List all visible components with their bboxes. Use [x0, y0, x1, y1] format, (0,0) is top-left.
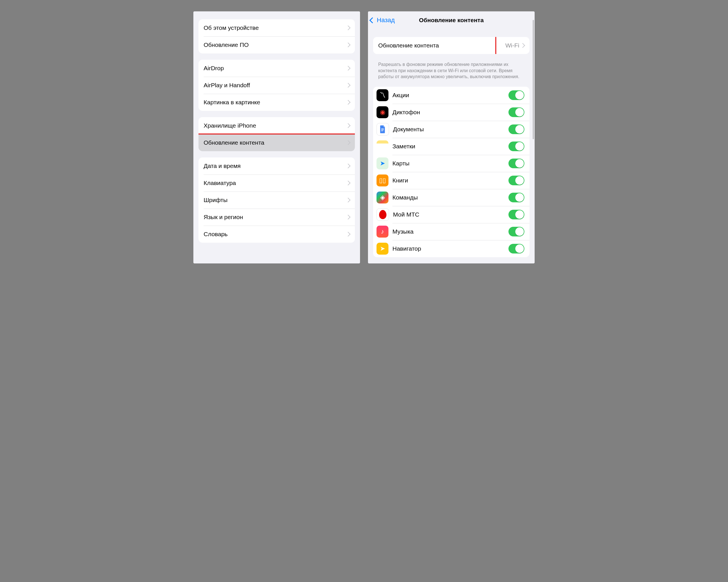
chevron-right-icon [346, 164, 350, 168]
row-label: Хранилище iPhone [204, 122, 346, 129]
app-label: Музыка [392, 228, 509, 235]
app-row-notes: Заметки [373, 138, 529, 155]
group-apps: 〽︎ Акции ◉ Диктофон Документы [373, 87, 529, 257]
svg-rect-1 [381, 130, 384, 130]
toggle-shortcuts[interactable] [509, 193, 524, 202]
toggle-mts[interactable] [509, 210, 524, 219]
app-label: Книги [392, 177, 509, 184]
row-value: Wi-Fi [505, 42, 519, 49]
toggle-notes[interactable] [509, 141, 524, 151]
app-label: Мой МТС [393, 211, 509, 218]
music-icon: ♪ [376, 226, 388, 238]
chevron-right-icon [346, 83, 350, 88]
toggle-maps[interactable] [509, 159, 524, 168]
chevron-right-icon [346, 66, 350, 71]
footer-description: Разрешать в фоновом режиме обновление пр… [373, 57, 529, 80]
app-row-stocks: 〽︎ Акции [373, 87, 529, 104]
row-label: Язык и регион [204, 214, 346, 221]
chevron-right-icon [346, 123, 350, 128]
app-label: Команды [392, 194, 509, 201]
toggle-books[interactable] [509, 176, 524, 185]
books-icon: ▯▯ [376, 174, 388, 187]
chevron-right-icon [346, 181, 350, 186]
chevron-right-icon [346, 26, 350, 30]
group-refresh-mode: Обновление контента Wi-Fi [373, 37, 529, 54]
app-label: Заметки [392, 143, 509, 150]
shortcuts-icon: ◈ [376, 192, 388, 203]
row-label: Об этом устройстве [204, 24, 346, 31]
row-label: Дата и время [204, 163, 346, 169]
group-locale: Дата и время Клавиатура Шрифты Язык и ре… [199, 158, 355, 243]
app-row-voice-memos: ◉ Диктофон [373, 104, 529, 121]
app-row-navigator: ➤ Навигатор [373, 240, 529, 257]
row-fonts[interactable]: Шрифты [199, 192, 355, 209]
group-sharing: AirDrop AirPlay и Handoff Картинка в кар… [199, 60, 355, 111]
app-label: Документы [393, 126, 509, 133]
app-label: Карты [392, 160, 509, 167]
chevron-right-icon [346, 198, 350, 203]
scrollbar[interactable] [532, 20, 534, 139]
chevron-right-icon [346, 232, 350, 237]
app-row-books: ▯▯ Книги [373, 172, 529, 189]
app-row-maps: ➤ Карты [373, 155, 529, 172]
notes-icon [376, 140, 388, 152]
row-keyboard[interactable]: Клавиатура [199, 174, 355, 192]
row-label: AirPlay и Handoff [204, 82, 346, 89]
row-date-time[interactable]: Дата и время [199, 158, 355, 174]
maps-icon: ➤ [376, 158, 388, 169]
navigator-icon: ➤ [376, 243, 388, 255]
background-refresh-screen: Назад Обновление контента Обновление кон… [368, 11, 535, 264]
app-label: Диктофон [392, 109, 509, 116]
row-pip[interactable]: Картинка в картинке [199, 94, 355, 111]
chevron-right-icon [346, 100, 350, 105]
nav-bar: Назад Обновление контента [368, 11, 535, 29]
app-row-mts: Мой МТС [373, 206, 529, 223]
toggle-stocks[interactable] [509, 90, 524, 100]
row-background-app-refresh[interactable]: Обновление контента [199, 134, 355, 151]
row-label: Обновление контента [378, 42, 505, 49]
back-label: Назад [377, 17, 395, 24]
row-label: Обновление ПО [204, 41, 346, 48]
google-docs-icon [376, 123, 389, 136]
app-label: Акции [392, 92, 509, 99]
toggle-docs[interactable] [509, 124, 524, 134]
svg-rect-0 [381, 129, 384, 129]
chevron-left-icon [369, 17, 375, 23]
row-iphone-storage[interactable]: Хранилище iPhone [199, 117, 355, 134]
row-airplay-handoff[interactable]: AirPlay и Handoff [199, 77, 355, 94]
row-dictionary[interactable]: Словарь [199, 226, 355, 243]
row-label: Шрифты [204, 197, 346, 203]
voice-memos-icon: ◉ [376, 106, 388, 118]
row-software-update[interactable]: Обновление ПО [199, 36, 355, 53]
toggle-voice-memos[interactable] [509, 107, 524, 117]
app-label: Навигатор [392, 245, 509, 252]
row-about-device[interactable]: Об этом устройстве [199, 19, 355, 36]
row-label: Картинка в картинке [204, 99, 346, 106]
back-button[interactable]: Назад [370, 17, 395, 24]
group-storage: Хранилище iPhone Обновление контента [199, 117, 355, 151]
row-label: Обновление контента [204, 139, 346, 146]
row-label: Словарь [204, 231, 346, 238]
mts-icon [376, 208, 389, 221]
stocks-icon: 〽︎ [376, 89, 388, 101]
settings-general-screen: Об этом устройстве Обновление ПО AirDrop… [193, 11, 360, 264]
row-airdrop[interactable]: AirDrop [199, 60, 355, 77]
app-row-docs: Документы [373, 121, 529, 138]
row-refresh-mode[interactable]: Обновление контента Wi-Fi [373, 37, 529, 54]
chevron-right-icon [520, 43, 525, 48]
row-language-region[interactable]: Язык и регион [199, 209, 355, 226]
chevron-right-icon [346, 140, 350, 145]
app-row-music: ♪ Музыка [373, 223, 529, 240]
svg-rect-2 [381, 131, 383, 131]
row-label: Клавиатура [204, 179, 346, 187]
toggle-navigator[interactable] [509, 244, 524, 253]
chevron-right-icon [346, 43, 350, 48]
row-label: AirDrop [204, 65, 346, 72]
app-row-shortcuts: ◈ Команды [373, 189, 529, 206]
group-about: Об этом устройстве Обновление ПО [199, 19, 355, 53]
chevron-right-icon [346, 215, 350, 220]
toggle-music[interactable] [509, 227, 524, 237]
